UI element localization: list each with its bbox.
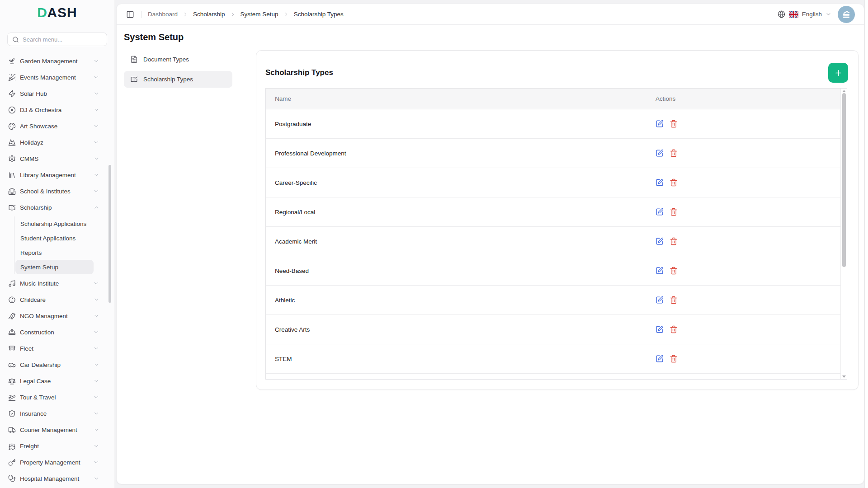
chevron-down-icon	[93, 172, 99, 178]
setup-submenu: Document TypesScholarship Types	[124, 51, 232, 88]
edit-button[interactable]	[656, 178, 664, 187]
chevron-down-icon	[93, 188, 99, 194]
table-scrollbar-thumb[interactable]	[842, 93, 846, 267]
brand-logo[interactable]: DASH	[0, 0, 114, 25]
bus-icon	[8, 345, 16, 352]
edit-button[interactable]	[656, 208, 664, 216]
trash-icon	[670, 296, 678, 304]
edit-button[interactable]	[656, 149, 664, 157]
sidebar-subitem-scholarship-applications[interactable]: Scholarship Applications	[15, 216, 94, 231]
chevron-down-icon	[93, 459, 99, 465]
zap-icon	[8, 90, 16, 98]
sidebar-item-freight[interactable]: Freight	[0, 438, 114, 454]
sidebar-item-holidayz[interactable]: Holidayz	[0, 134, 114, 150]
scholarship-type-name: Creative Arts	[266, 326, 656, 333]
edit-button[interactable]	[656, 237, 664, 245]
breadcrumb-system-setup[interactable]: System Setup	[241, 11, 278, 18]
delete-button[interactable]	[670, 149, 678, 157]
sidebar-item-label: Art Showcase	[20, 123, 89, 130]
trash-icon	[670, 149, 678, 157]
card-header: Scholarship Types	[265, 62, 848, 83]
table-scrollbar[interactable]	[840, 89, 847, 379]
sidebar-search[interactable]	[7, 33, 107, 46]
sidebar-item-childcare[interactable]: Childcare	[0, 291, 114, 308]
delete-button[interactable]	[670, 355, 678, 363]
sidebar-item-tour-travel[interactable]: Tour & Travel	[0, 389, 114, 405]
sidebar-item-label: Hospital Management	[20, 475, 89, 482]
row-actions	[656, 355, 840, 363]
sidebar-item-library-management[interactable]: Library Management	[0, 167, 114, 183]
scholarship-type-name: STEM	[266, 356, 656, 362]
delete-button[interactable]	[670, 296, 678, 304]
edit-icon	[656, 237, 664, 245]
sidebar-item-ngo-managment[interactable]: NGO Managment	[0, 308, 114, 324]
sidebar-item-garden-management[interactable]: Garden Management	[0, 53, 114, 69]
delete-button[interactable]	[670, 267, 678, 275]
sidebar-item-hospital-management[interactable]: Hospital Management	[0, 470, 114, 487]
breadcrumb-dashboard[interactable]: Dashboard	[148, 11, 178, 18]
sprout-icon	[8, 57, 16, 65]
page-scrollbar-track[interactable]	[864, 0, 868, 488]
edit-button[interactable]	[656, 296, 664, 304]
row-actions	[656, 208, 840, 216]
sidebar-item-fleet[interactable]: Fleet	[0, 340, 114, 357]
submenu-item-document-types[interactable]: Document Types	[124, 51, 232, 68]
sidebar-item-school-institutes[interactable]: School & Institutes	[0, 183, 114, 199]
edit-button[interactable]	[656, 267, 664, 275]
delete-button[interactable]	[670, 325, 678, 333]
scrollbar-up-arrow[interactable]	[842, 90, 846, 92]
sidebar-item-music-institute[interactable]: Music Institute	[0, 275, 114, 291]
submenu-item-scholarship-types[interactable]: Scholarship Types	[124, 71, 232, 88]
sidebar-item-courier-management[interactable]: Courier Management	[0, 422, 114, 438]
sidebar-toggle-button[interactable]	[124, 8, 137, 21]
language-selector[interactable]: English	[778, 10, 831, 18]
sidebar-item-legal-case[interactable]: Legal Case	[0, 373, 114, 389]
sidebar-scrollbar-thumb[interactable]	[108, 165, 111, 303]
chevron-down-icon	[826, 11, 831, 17]
sidebar-item-dj-orchestra[interactable]: DJ & Orchestra	[0, 102, 114, 118]
sidebar-item-cmms[interactable]: CMMS	[0, 150, 114, 167]
breadcrumb-scholarship[interactable]: Scholarship	[193, 11, 225, 18]
sidebar-item-solar-hub[interactable]: Solar Hub	[0, 85, 114, 102]
add-scholarship-type-button[interactable]	[828, 63, 848, 83]
sidebar-item-construction[interactable]: Construction	[0, 324, 114, 340]
hard-hat-icon	[8, 328, 16, 336]
sidebar-item-events-management[interactable]: Events Management	[0, 69, 114, 85]
sidebar-item-car-dealership[interactable]: Car Dealership	[0, 357, 114, 373]
chevron-down-icon	[93, 329, 99, 335]
sidebar-item-art-showcase[interactable]: Art Showcase	[0, 118, 114, 134]
scholarship-type-name: Career-Specific	[266, 179, 656, 186]
edit-icon	[656, 267, 664, 275]
sidebar-subitem-student-applications[interactable]: Student Applications	[15, 231, 94, 245]
sidebar-subitem-reports[interactable]: Reports	[15, 245, 94, 260]
sidebar-item-property-management[interactable]: Property Management	[0, 454, 114, 470]
chevron-down-icon	[93, 378, 99, 384]
music-note-icon	[8, 280, 16, 287]
chevron-down-icon	[93, 123, 99, 129]
sidebar-item-insurance[interactable]: Insurance	[0, 405, 114, 422]
table-row-need-based: Need-Based	[266, 256, 847, 286]
sidebar-item-label: Scholarship	[20, 204, 89, 211]
delete-button[interactable]	[670, 208, 678, 216]
scholarship-type-name: Need-Based	[266, 267, 656, 274]
chevron-down-icon	[93, 155, 99, 162]
chevron-down-icon	[93, 280, 99, 286]
edit-button[interactable]	[656, 325, 664, 333]
sidebar-item-scholarship[interactable]: Scholarship	[0, 199, 114, 216]
delete-button[interactable]	[670, 237, 678, 245]
edit-button[interactable]	[656, 355, 664, 363]
scale-icon	[8, 377, 16, 385]
scrollbar-down-arrow[interactable]	[842, 375, 846, 378]
disc-icon	[8, 106, 16, 114]
search-icon	[12, 36, 19, 43]
brand-logo-accent: D	[37, 5, 47, 20]
delete-button[interactable]	[670, 120, 678, 128]
scholarship-type-name: Professional Development	[266, 150, 656, 157]
sidebar-subitem-system-setup[interactable]: System Setup	[15, 260, 94, 274]
delete-button[interactable]	[670, 178, 678, 187]
edit-button[interactable]	[656, 120, 664, 128]
user-avatar[interactable]	[838, 6, 855, 23]
search-menu-input[interactable]	[23, 36, 102, 43]
sidebar-item-label: Fleet	[20, 345, 89, 352]
chevron-down-icon	[93, 313, 99, 319]
